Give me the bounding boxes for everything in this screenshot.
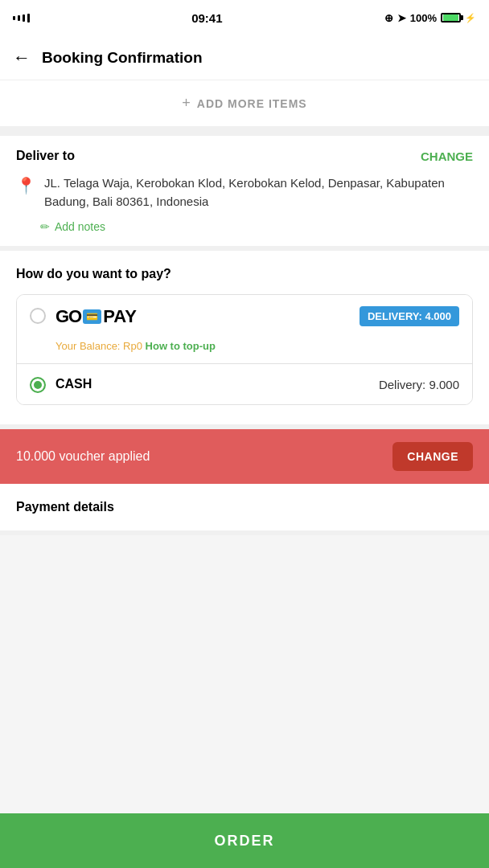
gopay-pay-text: PAY xyxy=(103,306,137,327)
battery-percent: 100% xyxy=(410,12,437,24)
signal-bar-2 xyxy=(18,15,20,21)
address-row: 📍 JL. Telaga Waja, Kerobokan Klod, Kerob… xyxy=(16,174,473,211)
status-bar: 09:41 ⊕ ➤ 100% ⚡ xyxy=(0,0,489,35)
app-header: ← Booking Confirmation xyxy=(0,35,489,80)
gopay-radio[interactable] xyxy=(30,308,46,324)
cash-delivery-label: Delivery: 9.000 xyxy=(379,378,459,391)
add-more-section[interactable]: + ADD MORE ITEMS xyxy=(0,80,489,131)
battery-fill xyxy=(443,14,458,21)
signal-bar-4 xyxy=(27,14,30,23)
status-time: 09:41 xyxy=(191,11,222,25)
deliver-label: Deliver to xyxy=(16,149,75,163)
gopay-logo: GO 💳 PAY xyxy=(55,306,350,327)
voucher-change-button[interactable]: CHANGE xyxy=(392,442,473,471)
voucher-text: 10.000 voucher applied xyxy=(16,449,150,464)
back-button[interactable]: ← xyxy=(13,47,31,68)
payment-section: How do you want to pay? GO 💳 PAY DELIVER… xyxy=(0,251,489,429)
order-label: ORDER xyxy=(214,833,274,850)
payment-title: How do you want to pay? xyxy=(16,267,473,281)
signal-area xyxy=(13,14,30,23)
payment-details-section: Payment details xyxy=(0,484,489,535)
signal-bar-1 xyxy=(13,16,15,20)
deliver-header: Deliver to CHANGE xyxy=(16,149,473,163)
deliver-to-section: Deliver to CHANGE 📍 JL. Telaga Waja, Ker… xyxy=(0,136,489,251)
gopay-delivery-badge: DELIVERY: 4.000 xyxy=(360,306,459,326)
add-notes-row[interactable]: ✏ Add notes xyxy=(16,220,473,233)
charging-icon: ⚡ xyxy=(465,13,476,23)
order-button[interactable]: ORDER xyxy=(0,813,489,868)
cash-radio[interactable] xyxy=(30,377,46,393)
gopay-balance-text: Your Balance: Rp0 xyxy=(55,340,142,352)
pencil-icon: ✏ xyxy=(40,220,50,233)
voucher-section: 10.000 voucher applied CHANGE xyxy=(0,429,489,484)
deliver-change-button[interactable]: CHANGE xyxy=(421,149,473,163)
gopay-go-text: GO xyxy=(55,306,81,327)
address-text: JL. Telaga Waja, Kerobokan Klod, Kerobok… xyxy=(44,174,473,211)
location-pin-icon: 📍 xyxy=(16,176,36,195)
gopay-option[interactable]: GO 💳 PAY DELIVERY: 4.000 Your Balance: R… xyxy=(17,295,472,364)
payment-options-container: GO 💳 PAY DELIVERY: 4.000 Your Balance: R… xyxy=(16,294,473,405)
gopay-wallet-icon: 💳 xyxy=(83,309,101,324)
gopay-balance-row: Your Balance: Rp0 How to top-up xyxy=(30,337,459,352)
add-more-label: ADD MORE ITEMS xyxy=(197,97,307,110)
bottom-spacer xyxy=(0,535,489,600)
navigation-icon: ➤ xyxy=(397,12,406,24)
signal-bar-3 xyxy=(23,14,25,22)
how-to-topup-link[interactable]: How to top-up xyxy=(146,340,216,352)
payment-details-title: Payment details xyxy=(16,500,473,514)
location-icon: ⊕ xyxy=(384,12,393,24)
status-right: ⊕ ➤ 100% ⚡ xyxy=(384,12,476,24)
plus-icon: + xyxy=(182,95,191,112)
cash-option[interactable]: CASH Delivery: 9.000 xyxy=(17,364,472,404)
add-notes-label[interactable]: Add notes xyxy=(55,220,105,233)
page-title: Booking Confirmation xyxy=(42,49,202,67)
battery-icon xyxy=(441,13,461,23)
cash-label: CASH xyxy=(55,377,369,391)
